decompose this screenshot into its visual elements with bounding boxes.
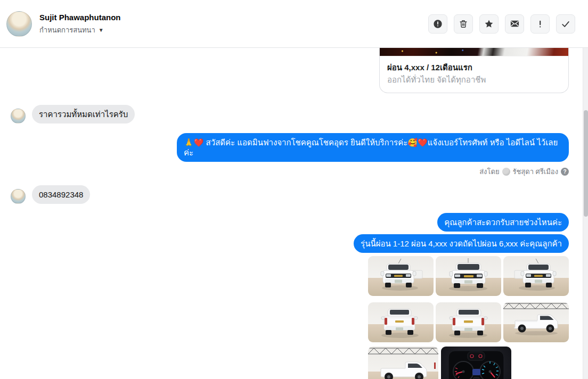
mark-done-button[interactable] (556, 14, 575, 34)
schedule-label: กำหนดการสนทนา (39, 24, 95, 36)
agent-avatar (502, 168, 510, 176)
link-preview-title: ผ่อน 4,xxx / 12เดือนแรก (387, 62, 561, 73)
customer-avatar[interactable] (11, 189, 26, 204)
admin-message-bubble: คุณลูกค้าสะดวกรับสายช่วงไหนค่ะ (437, 213, 569, 232)
car-photo-front[interactable] (436, 256, 501, 296)
car-photo-front-left[interactable] (368, 256, 434, 296)
customer-avatar[interactable] (11, 109, 26, 123)
alert-circle-icon (433, 19, 443, 29)
sent-by-label: ส่งโดย (479, 166, 499, 177)
star-button[interactable] (479, 14, 499, 34)
mark-important-button[interactable] (530, 14, 550, 34)
link-preview-image (380, 48, 568, 56)
conversation-header: Sujit Phawaphutanon กำหนดการสนทนา ▼ (0, 0, 588, 48)
contact-avatar[interactable] (6, 11, 32, 37)
star-icon (484, 19, 494, 29)
customer-message-bubble: 0834892348 (32, 185, 90, 204)
help-icon[interactable]: ? (561, 168, 569, 176)
link-preview-card[interactable]: ผ่อน 4,xxx / 12เดือนแรก ออกได้ทั่วไทย จั… (379, 48, 569, 93)
admin-message-bubble: 🙏❤️ สวัสดีค่ะ แอดมินฟางจากโชคคูณโชคอุดร … (177, 133, 569, 162)
envelope-cross-icon (510, 19, 520, 29)
scrollbar-thumb[interactable] (584, 110, 588, 217)
car-photo-rear[interactable] (436, 302, 501, 342)
message-row: 🙏❤️ สวัสดีค่ะ แอดมินฟางจากโชคคูณโชคอุดร … (11, 133, 569, 162)
chevron-down-icon: ▼ (99, 27, 104, 33)
scrollbar[interactable] (583, 48, 588, 379)
customer-message-bubble: ราคารวมทั้หมดเท่าไรครับ (32, 105, 135, 123)
message-row: รุ่นนี้ผ่อน 1-12 ผ่อน 4,xxx งวดถัดไปผ่อน… (11, 234, 569, 253)
agent-name: รัชสุดา ศรีเมือง (513, 166, 559, 177)
photo-attachment-grid (368, 256, 569, 379)
trash-icon (459, 19, 468, 29)
sent-by-row: ส่งโดย รัชสุดา ศรีเมือง ? (11, 166, 569, 177)
car-photo-dashboard[interactable] (441, 347, 511, 379)
message-row: 0834892348 (11, 185, 569, 204)
conversation-schedule-dropdown[interactable]: กำหนดการสนทนา ▼ (39, 24, 104, 36)
conversation-actions (428, 14, 575, 34)
message-row: คุณลูกค้าสะดวกรับสายช่วงไหนค่ะ (11, 213, 569, 232)
check-icon (561, 19, 570, 29)
car-photo-rear-left[interactable] (368, 302, 434, 342)
car-photo-side-showroom-cut[interactable] (368, 347, 438, 379)
report-button[interactable] (428, 14, 447, 34)
delete-button[interactable] (454, 14, 473, 34)
message-row: ราคารวมทั้หมดเท่าไรครับ (11, 105, 569, 123)
car-photo-side-showroom[interactable] (503, 302, 569, 342)
admin-message-bubble: รุ่นนี้ผ่อน 1-12 ผ่อน 4,xxx งวดถัดไปผ่อน… (354, 234, 569, 253)
mark-unread-button[interactable] (505, 14, 524, 34)
link-preview-subtitle: ออกได้ทั่วไทย จัดได้ทุกอาชีพ (387, 74, 561, 85)
car-photo-front-right[interactable] (503, 256, 569, 296)
message-thread: ผ่อน 4,xxx / 12เดือนแรก ออกได้ทั่วไทย จั… (0, 48, 588, 379)
conversation-window: Sujit Phawaphutanon กำหนดการสนทนา ▼ (0, 0, 588, 379)
contact-name: Sujit Phawaphutanon (39, 12, 121, 22)
exclamation-icon (535, 19, 545, 29)
